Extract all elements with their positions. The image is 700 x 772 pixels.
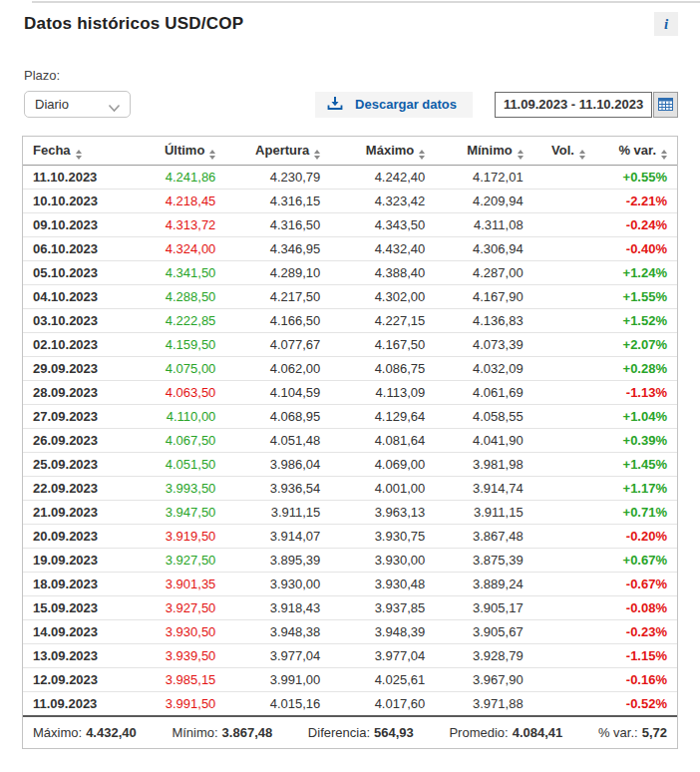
cell-maximo: 4.017,60: [330, 692, 435, 717]
cell-var: +0.28%: [595, 357, 677, 381]
cell-fecha: 13.09.2023: [23, 644, 121, 668]
cell-ultimo: 4.313,72: [121, 213, 225, 237]
cell-var: -2.21%: [595, 190, 677, 213]
info-icon[interactable]: i: [654, 12, 678, 36]
cell-maximo: 3.930,00: [330, 549, 435, 573]
cell-fecha: 28.09.2023: [23, 381, 121, 405]
cell-ultimo: 3.993,50: [121, 477, 225, 501]
column-header-ultimo[interactable]: Último: [121, 137, 225, 166]
cell-minimo: 3.981,98: [435, 453, 532, 477]
cell-vol: [533, 525, 595, 549]
table-row: 21.09.2023 3.947,50 3.911,15 3.963,13 3.…: [23, 501, 677, 525]
cell-vol: [533, 477, 595, 501]
cell-var: +1.52%: [595, 309, 677, 333]
sort-icon: [209, 150, 215, 160]
cell-var: -0.20%: [595, 525, 677, 549]
cell-minimo: 3.889,24: [435, 573, 532, 596]
table-row: 03.10.2023 4.222,85 4.166,50 4.227,15 4.…: [23, 309, 677, 333]
cell-vol: [533, 357, 595, 381]
cell-var: -0.40%: [595, 237, 677, 261]
date-range-group: 11.09.2023 - 11.10.2023: [495, 92, 678, 118]
cell-var: +1.45%: [595, 453, 677, 477]
cell-ultimo: 4.222,85: [121, 309, 225, 333]
cell-ultimo: 3.985,15: [121, 668, 225, 692]
cell-var: -1.13%: [595, 381, 677, 405]
column-header-apertura[interactable]: Apertura: [225, 137, 330, 166]
cell-vol: [533, 453, 595, 477]
cell-fecha: 15.09.2023: [23, 596, 121, 620]
cell-apertura: 3.986,04: [225, 453, 330, 477]
table-row: 12.09.2023 3.985,15 3.991,00 4.025,61 3.…: [23, 668, 677, 692]
cell-apertura: 4.015,16: [225, 692, 330, 717]
period-select[interactable]: Diario: [24, 91, 131, 118]
cell-vol: [533, 381, 595, 405]
cell-apertura: 3.991,00: [225, 668, 330, 692]
cell-var: +2.07%: [595, 333, 677, 357]
sort-icon: [518, 150, 524, 160]
cell-ultimo: 4.159,50: [121, 333, 225, 357]
cell-ultimo: 4.067,50: [121, 429, 225, 453]
column-header-maximo[interactable]: Máximo: [330, 137, 435, 166]
cell-var: +0.67%: [595, 549, 677, 573]
cell-minimo: 3.967,90: [435, 668, 532, 692]
cell-ultimo: 3.927,50: [121, 596, 225, 620]
cell-fecha: 12.09.2023: [23, 668, 121, 692]
cell-maximo: 3.930,75: [330, 525, 435, 549]
cell-var: +1.17%: [595, 477, 677, 501]
cell-apertura: 3.914,07: [225, 525, 330, 549]
table-row: 02.10.2023 4.159,50 4.077,67 4.167,50 4.…: [23, 333, 677, 357]
cell-apertura: 4.289,10: [225, 261, 330, 285]
cell-ultimo: 3.991,50: [121, 692, 225, 717]
sort-icon: [76, 150, 82, 160]
cell-maximo: 4.343,50: [330, 213, 435, 237]
cell-minimo: 4.209,94: [435, 190, 532, 213]
column-header-fecha[interactable]: Fecha: [23, 137, 121, 166]
table-row: 18.09.2023 3.901,35 3.930,00 3.930,48 3.…: [23, 573, 677, 596]
historical-data-table: Fecha Último Apertura Máximo Mínimo Vol.…: [22, 136, 678, 749]
cell-minimo: 4.311,08: [435, 213, 532, 237]
table-row: 15.09.2023 3.927,50 3.918,43 3.937,85 3.…: [23, 596, 677, 620]
cell-fecha: 27.09.2023: [23, 405, 121, 429]
cell-ultimo: 4.241,86: [121, 166, 225, 190]
cell-ultimo: 4.218,45: [121, 190, 225, 213]
cell-var: +0.71%: [595, 501, 677, 525]
cell-vol: [533, 596, 595, 620]
cell-fecha: 20.09.2023: [23, 525, 121, 549]
column-header-minimo[interactable]: Mínimo: [435, 137, 532, 166]
cell-apertura: 4.316,15: [225, 190, 330, 213]
cell-vol: [533, 620, 595, 644]
cell-ultimo: 3.901,35: [121, 573, 225, 596]
cell-apertura: 3.895,39: [225, 549, 330, 573]
cell-vol: [533, 668, 595, 692]
download-data-button[interactable]: Descargar datos: [315, 92, 473, 118]
table-row: 28.09.2023 4.063,50 4.104,59 4.113,09 4.…: [23, 381, 677, 405]
table-row: 29.09.2023 4.075,00 4.062,00 4.086,75 4.…: [23, 357, 677, 381]
cell-maximo: 4.001,00: [330, 477, 435, 501]
cell-vol: [533, 261, 595, 285]
cell-apertura: 4.104,59: [225, 381, 330, 405]
cell-minimo: 4.061,69: [435, 381, 532, 405]
cell-minimo: 4.041,90: [435, 429, 532, 453]
table-row: 05.10.2023 4.341,50 4.289,10 4.388,40 4.…: [23, 261, 677, 285]
cell-var: -0.16%: [595, 668, 677, 692]
column-header-vol[interactable]: Vol.: [533, 137, 595, 166]
cell-minimo: 4.167,90: [435, 285, 532, 309]
column-header-var[interactable]: % var.: [595, 137, 677, 166]
cell-fecha: 22.09.2023: [23, 477, 121, 501]
cell-vol: [533, 237, 595, 261]
cell-apertura: 3.918,43: [225, 596, 330, 620]
cell-apertura: 4.062,00: [225, 357, 330, 381]
date-range-input[interactable]: 11.09.2023 - 11.10.2023: [495, 92, 652, 118]
cell-ultimo: 4.075,00: [121, 357, 225, 381]
table-row: 25.09.2023 4.051,50 3.986,04 4.069,00 3.…: [23, 453, 677, 477]
cell-vol: [533, 692, 595, 717]
cell-fecha: 25.09.2023: [23, 453, 121, 477]
cell-var: -1.15%: [595, 644, 677, 668]
cell-maximo: 4.432,40: [330, 237, 435, 261]
table-row: 20.09.2023 3.919,50 3.914,07 3.930,75 3.…: [23, 525, 677, 549]
cell-maximo: 3.937,85: [330, 596, 435, 620]
cell-ultimo: 3.930,50: [121, 620, 225, 644]
calendar-icon[interactable]: [653, 92, 678, 118]
cell-vol: [533, 501, 595, 525]
summary-maximo: Máximo:4.432,40: [33, 725, 137, 740]
